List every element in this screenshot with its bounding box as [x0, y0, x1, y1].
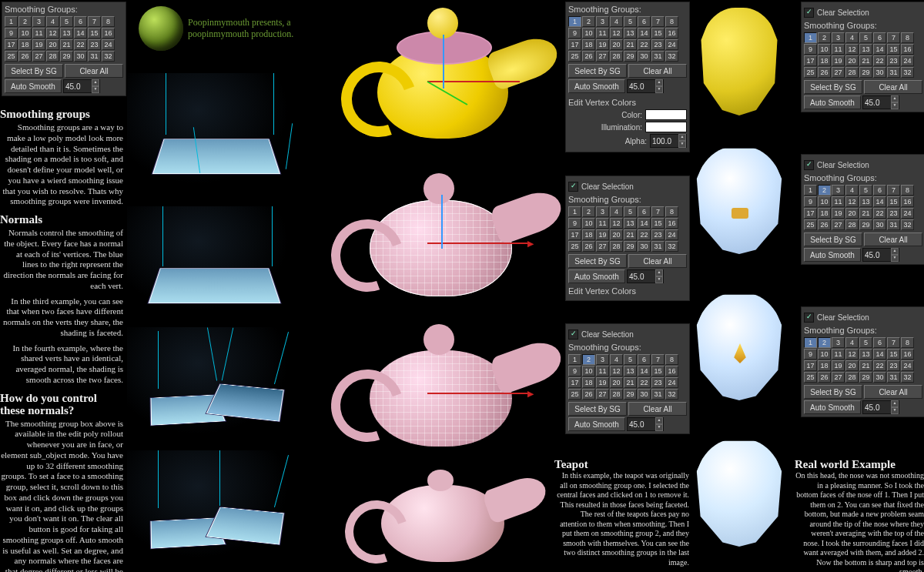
- alpha-input[interactable]: [651, 137, 678, 146]
- sg-button-21[interactable]: 21: [859, 55, 872, 66]
- sg-button-11[interactable]: 11: [596, 28, 609, 38]
- sg-button-25[interactable]: 25: [804, 372, 817, 383]
- sg-button-10[interactable]: 10: [582, 366, 595, 376]
- clear-all-button[interactable]: Clear All: [864, 80, 922, 94]
- sg-button-24[interactable]: 24: [102, 39, 115, 50]
- sg-button-9[interactable]: 9: [804, 349, 817, 360]
- sg-button-16[interactable]: 16: [102, 28, 115, 38]
- sg-button-4[interactable]: 4: [610, 354, 623, 365]
- threshold-input[interactable]: [863, 99, 891, 107]
- sg-button-9[interactable]: 9: [568, 218, 581, 229]
- sg-button-32[interactable]: 32: [901, 219, 914, 230]
- sg-button-29[interactable]: 29: [859, 67, 872, 78]
- sg-button-20[interactable]: 20: [845, 208, 859, 219]
- sg-button-25[interactable]: 25: [568, 389, 581, 400]
- sg-button-14[interactable]: 14: [638, 366, 651, 376]
- sg-button-18[interactable]: 18: [818, 55, 831, 66]
- sg-button-4[interactable]: 4: [845, 337, 859, 348]
- sg-button-13[interactable]: 13: [60, 28, 73, 38]
- sg-button-11[interactable]: 11: [832, 196, 845, 207]
- sg-button-22[interactable]: 22: [873, 208, 886, 219]
- sg-button-26[interactable]: 26: [818, 67, 831, 78]
- threshold-spinner[interactable]: ▲▼: [627, 79, 664, 93]
- sg-button-9[interactable]: 9: [804, 196, 817, 207]
- sg-button-23[interactable]: 23: [651, 377, 665, 388]
- sg-button-31[interactable]: 31: [651, 51, 665, 62]
- sg-button-27[interactable]: 27: [832, 219, 845, 230]
- sg-button-28[interactable]: 28: [610, 389, 623, 400]
- sg-button-13[interactable]: 13: [624, 366, 637, 376]
- sg-button-25[interactable]: 25: [5, 51, 18, 62]
- sg-button-7[interactable]: 7: [88, 16, 101, 27]
- sg-button-21[interactable]: 21: [624, 229, 637, 240]
- sg-button-19[interactable]: 19: [832, 360, 845, 371]
- sg-button-17[interactable]: 17: [804, 360, 817, 371]
- sg-button-1[interactable]: 1: [5, 16, 18, 27]
- sg-button-28[interactable]: 28: [845, 372, 859, 383]
- sg-button-5[interactable]: 5: [624, 206, 637, 217]
- sg-button-23[interactable]: 23: [887, 55, 900, 66]
- sg-button-5[interactable]: 5: [859, 185, 872, 196]
- sg-button-11[interactable]: 11: [32, 28, 45, 38]
- sg-button-7[interactable]: 7: [887, 32, 900, 43]
- sg-button-31[interactable]: 31: [88, 51, 101, 62]
- sg-button-27[interactable]: 27: [596, 389, 609, 400]
- sg-button-15[interactable]: 15: [887, 44, 900, 55]
- threshold-input[interactable]: [628, 273, 655, 281]
- spin-down-icon[interactable]: ▼: [678, 141, 686, 148]
- sg-button-21[interactable]: 21: [60, 39, 73, 50]
- threshold-input[interactable]: [628, 420, 655, 429]
- sg-button-25[interactable]: 25: [804, 67, 817, 78]
- sg-button-1[interactable]: 1: [804, 32, 817, 43]
- sg-button-4[interactable]: 4: [610, 206, 623, 217]
- sg-button-4[interactable]: 4: [845, 32, 859, 43]
- sg-button-23[interactable]: 23: [651, 39, 665, 50]
- sg-button-2[interactable]: 2: [582, 16, 595, 27]
- sg-button-21[interactable]: 21: [859, 360, 872, 371]
- spin-up-icon[interactable]: ▲: [655, 79, 663, 86]
- sg-button-4[interactable]: 4: [46, 16, 59, 27]
- sg-button-5[interactable]: 5: [60, 16, 73, 27]
- sg-button-19[interactable]: 19: [596, 39, 609, 50]
- sg-button-6[interactable]: 6: [873, 32, 886, 43]
- spin-up-icon[interactable]: ▲: [891, 400, 899, 407]
- sg-button-2[interactable]: 2: [582, 354, 595, 365]
- sg-button-26[interactable]: 26: [582, 389, 595, 400]
- sg-button-22[interactable]: 22: [74, 39, 87, 50]
- sg-button-13[interactable]: 13: [859, 196, 872, 207]
- sg-button-1[interactable]: 1: [804, 337, 817, 348]
- sg-button-10[interactable]: 10: [18, 28, 32, 38]
- sg-button-17[interactable]: 17: [804, 208, 817, 219]
- select-by-sg-button[interactable]: Select By SG: [568, 402, 627, 416]
- clear-selection-checkbox[interactable]: ✓: [804, 313, 814, 323]
- sg-button-26[interactable]: 26: [818, 372, 831, 383]
- sg-button-22[interactable]: 22: [638, 377, 651, 388]
- sg-button-7[interactable]: 7: [887, 185, 900, 196]
- sg-button-24[interactable]: 24: [665, 377, 678, 388]
- sg-button-31[interactable]: 31: [887, 219, 900, 230]
- sg-button-15[interactable]: 15: [88, 28, 101, 38]
- spin-up-icon[interactable]: ▲: [891, 248, 899, 255]
- sg-button-10[interactable]: 10: [582, 218, 595, 229]
- clear-all-button[interactable]: Clear All: [628, 402, 687, 416]
- sg-button-11[interactable]: 11: [832, 349, 845, 360]
- sg-button-26[interactable]: 26: [582, 241, 595, 252]
- clear-selection-checkbox[interactable]: ✓: [804, 160, 814, 170]
- sg-button-17[interactable]: 17: [568, 229, 581, 240]
- clear-all-button[interactable]: Clear All: [65, 64, 123, 78]
- sg-button-12[interactable]: 12: [610, 28, 623, 38]
- sg-button-29[interactable]: 29: [859, 219, 872, 230]
- spin-down-icon[interactable]: ▼: [655, 424, 663, 431]
- select-by-sg-button[interactable]: Select By SG: [804, 385, 862, 399]
- sg-button-28[interactable]: 28: [610, 241, 623, 252]
- sg-button-26[interactable]: 26: [18, 51, 32, 62]
- sg-button-1[interactable]: 1: [804, 185, 817, 196]
- sg-button-14[interactable]: 14: [873, 349, 886, 360]
- auto-smooth-button[interactable]: Auto Smooth: [568, 417, 625, 431]
- select-by-sg-button[interactable]: Select By SG: [568, 254, 627, 268]
- sg-button-16[interactable]: 16: [665, 366, 678, 376]
- sg-button-17[interactable]: 17: [568, 39, 581, 50]
- sg-button-18[interactable]: 18: [818, 360, 831, 371]
- spin-up-icon[interactable]: ▲: [655, 417, 663, 424]
- sg-button-20[interactable]: 20: [610, 39, 623, 50]
